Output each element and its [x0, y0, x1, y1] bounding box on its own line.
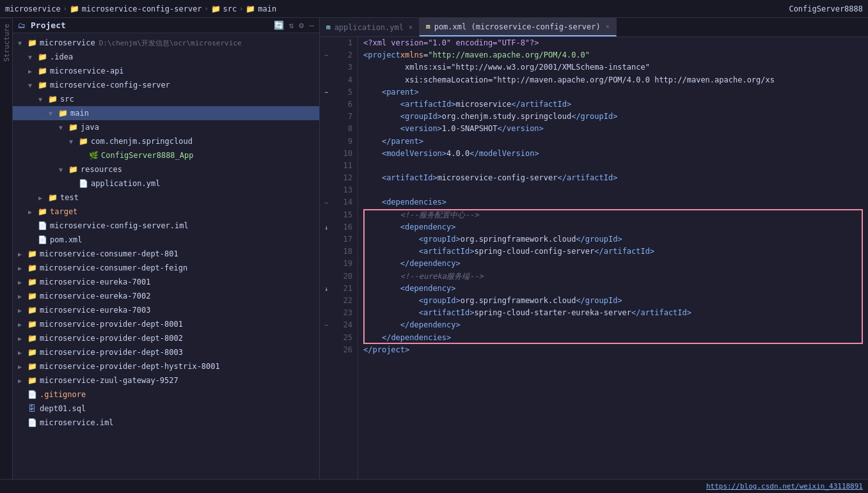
tree-arrow-closed[interactable] — [18, 279, 27, 286]
tree-item[interactable]: 📄application.yml — [13, 176, 319, 191]
line-number: 23 — [338, 307, 352, 319]
tree-arrow-open[interactable] — [38, 96, 47, 103]
tree-arrow-closed[interactable] — [18, 293, 27, 300]
code-line: </parent> — [363, 136, 863, 148]
tree-item[interactable]: 📁.idea — [13, 50, 319, 64]
status-bar: https://blog.csdn.net/weixin_43118891 — [0, 479, 868, 493]
gutter: −−−↓↓− — [320, 37, 333, 479]
tree-item[interactable]: 📁microservice-provider-dept-8001 — [13, 317, 319, 331]
tree-item[interactable]: 📁microservice-zuul-gateway-9527 — [13, 373, 319, 387]
tree-arrow-open[interactable] — [28, 54, 37, 61]
tree-arrow-closed[interactable] — [18, 307, 27, 314]
tree-item[interactable]: 📄pom.xml — [13, 233, 319, 247]
code-content[interactable]: <?xml version="1.0" encoding="UTF-8"?><p… — [358, 37, 868, 479]
tree-arrow-open[interactable] — [28, 82, 37, 89]
tab-close-button[interactable]: × — [409, 24, 413, 31]
collapse-icon[interactable]: ⇅ — [289, 20, 294, 30]
gutter-cell — [320, 148, 333, 160]
gutter-cell[interactable]: − — [320, 196, 333, 208]
tree-arrow-closed[interactable] — [18, 335, 27, 342]
tree-item[interactable]: 📁test — [13, 191, 319, 205]
tree-item[interactable]: 📄microservice-config-server.iml — [13, 219, 319, 233]
tree-arrow-closed[interactable] — [28, 208, 37, 215]
tree-item[interactable]: 📁microservice-provider-dept-8003 — [13, 345, 319, 359]
tree-item[interactable]: 📄.gitignore — [13, 387, 319, 402]
gutter-cell[interactable]: − — [320, 86, 333, 98]
editor-tab-pom[interactable]: mpom.xml (microservice-config-server)× — [420, 18, 617, 36]
gutter-cell[interactable]: − — [320, 319, 333, 331]
tree-arrow-closed[interactable] — [18, 349, 27, 356]
tree-icon-folder: 📁 — [27, 319, 37, 329]
minimize-icon[interactable]: – — [309, 20, 314, 30]
tree-icon-folder-blue: 📁 — [58, 108, 68, 118]
gutter-cell — [320, 307, 333, 319]
breadcrumb-sep-1: › — [205, 5, 209, 12]
tree-item[interactable]: 📁main — [13, 106, 319, 120]
tree-arrow-open[interactable] — [69, 138, 78, 145]
line-number: 9 — [338, 136, 352, 148]
tree-arrow-closed[interactable] — [18, 363, 27, 370]
tree-arrow-closed[interactable] — [18, 265, 27, 272]
tree-item[interactable]: 📁microservice-provider-dept-hystrix-8001 — [13, 359, 319, 373]
tree-label: pom.xml — [50, 235, 83, 244]
tree-icon-folder-orange: 📁 — [37, 207, 47, 217]
tree-arrow-closed[interactable] — [18, 377, 27, 384]
tree-arrow-closed[interactable] — [38, 194, 47, 201]
tree-arrow-open[interactable] — [59, 124, 68, 131]
tree-arrow-open[interactable] — [18, 40, 27, 47]
sidebar-title: Project — [31, 20, 66, 30]
tree-item[interactable]: 📁src — [13, 92, 319, 106]
tree-item[interactable]: 📁microservice-config-server — [13, 78, 319, 92]
tree-item[interactable]: 🌿ConfigServer8888_App — [13, 148, 319, 162]
tree-item[interactable]: 📁com.chenjm.springcloud — [13, 134, 319, 148]
tree-item[interactable]: 📁microservice-consumer-dept-801 — [13, 247, 319, 261]
tab-close-button[interactable]: × — [606, 23, 610, 30]
breadcrumb-item-0[interactable]: microservice — [5, 4, 61, 13]
status-url[interactable]: https://blog.csdn.net/weixin_43118891 — [706, 482, 863, 490]
settings-icon[interactable]: ⚙ — [299, 20, 304, 30]
tree-item[interactable]: 📁target — [13, 205, 319, 219]
tree-item[interactable]: 📁java — [13, 120, 319, 134]
tree-item[interactable]: 📁microservice-api — [13, 64, 319, 78]
tree-arrow-open[interactable] — [59, 166, 68, 173]
tree-item[interactable]: 📁microservice-provider-dept-8002 — [13, 331, 319, 345]
tree-icon-yml: 📄 — [78, 178, 88, 189]
tree-item[interactable]: 📄microservice.iml — [13, 416, 319, 430]
sync-icon[interactable]: 🔄 — [274, 20, 284, 30]
gutter-cell[interactable]: ↓ — [320, 283, 333, 295]
tree-arrow-closed[interactable] — [28, 68, 37, 75]
tree-item[interactable]: 🗄dept01.sql — [13, 402, 319, 416]
breadcrumb-item-3[interactable]: main — [258, 4, 276, 13]
tree-icon-gitignore: 📄 — [27, 389, 37, 400]
breadcrumb-item-1[interactable]: microservice-config-server — [82, 4, 202, 13]
tree-label: microservice-api — [50, 67, 124, 75]
tree-item[interactable]: 📁microservice-eureka-7001 — [13, 275, 319, 289]
tree-arrow-closed[interactable] — [18, 251, 27, 258]
editor-tab-yml[interactable]: mapplication.yml× — [320, 18, 420, 36]
tree-arrow-closed[interactable] — [18, 321, 27, 328]
breadcrumb: microservice › 📁 microservice-config-ser… — [5, 4, 276, 13]
code-line: </dependency> — [363, 319, 863, 331]
line-number: 21 — [338, 283, 352, 295]
tree-icon-spring: 🌿 — [88, 150, 99, 160]
line-number: 5 — [338, 86, 352, 98]
tree-item[interactable]: 📁microservice-eureka-7002 — [13, 289, 319, 303]
line-number: 25 — [338, 332, 352, 344]
tree-item[interactable]: 📁microserviceD:\chenjm\开发信息\ocr\microser… — [13, 36, 319, 50]
gutter-cell — [320, 61, 333, 74]
breadcrumb-item-2[interactable]: src — [223, 4, 237, 13]
gutter-cell[interactable]: − — [320, 49, 333, 61]
config-server-label: ConfigServer8888 — [789, 4, 863, 13]
gutter-cell[interactable]: ↓ — [320, 221, 333, 233]
gutter-cell — [320, 111, 333, 123]
structure-tab[interactable]: Structure — [0, 18, 12, 67]
gutter-cell — [320, 123, 333, 135]
gutter-cell — [320, 136, 333, 148]
tree-item[interactable]: 📁microservice-eureka-7003 — [13, 303, 319, 317]
tree-icon-folder: 📁 — [27, 333, 37, 343]
tree-arrow-open[interactable] — [49, 110, 58, 117]
title-bar-right: ConfigServer8888 — [789, 4, 863, 13]
breadcrumb-folder-icon: 📁 — [70, 4, 79, 13]
tree-item[interactable]: 📁microservice-consumer-dept-feign — [13, 261, 319, 275]
tree-item[interactable]: 📁resources — [13, 162, 319, 176]
